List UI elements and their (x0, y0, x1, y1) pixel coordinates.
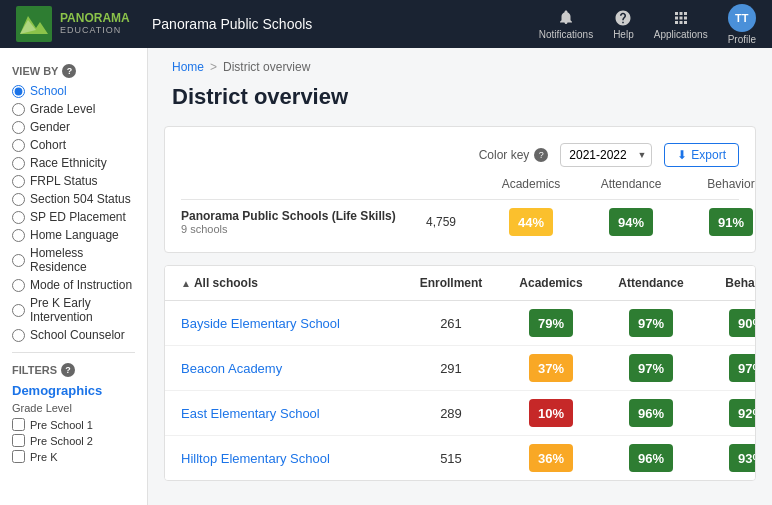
breadcrumb-separator: > (210, 60, 217, 74)
schools-table: ▲ All schools Enrollment Academics Atten… (164, 265, 756, 481)
school-name[interactable]: East Elementary School (181, 406, 401, 421)
sort-arrow-icon: ▲ (181, 278, 191, 289)
academics-badge: 37% (529, 354, 573, 382)
view-by-sp-ed[interactable]: SP ED Placement (12, 210, 135, 224)
view-by-grade-level[interactable]: Grade Level (12, 102, 135, 116)
view-by-home-language[interactable]: Home Language (12, 228, 135, 242)
top-navigation: PANORAMA EDUCATION Panorama Public Schoo… (0, 0, 772, 48)
district-attendance-badge: 94% (609, 208, 653, 236)
school-name[interactable]: Hilltop Elementary School (181, 451, 401, 466)
col-header-enrollment (401, 177, 481, 191)
district-enrollment: 4,759 (401, 215, 481, 229)
view-by-section: VIEW BY ? (12, 64, 135, 78)
profile-button[interactable]: TT Profile (728, 4, 756, 45)
notifications-button[interactable]: Notifications (539, 9, 593, 40)
demographics-filter[interactable]: Demographics (12, 383, 135, 398)
district-summary-row: Panorama Public Schools (Life Skills) 9 … (181, 208, 739, 236)
view-by-school-counselor[interactable]: School Counselor (12, 328, 135, 342)
attendance-badge: 97% (629, 309, 673, 337)
pre-school-2-checkbox[interactable]: Pre School 2 (12, 434, 135, 447)
breadcrumb-home[interactable]: Home (172, 60, 204, 74)
view-by-gender[interactable]: Gender (12, 120, 135, 134)
color-key-info-icon[interactable]: ? (534, 148, 548, 162)
content-area: Home > District overview District overvi… (148, 48, 772, 505)
table-header-row: ▲ All schools Enrollment Academics Atten… (165, 266, 755, 301)
district-name-cell: Panorama Public Schools (Life Skills) 9 … (181, 209, 401, 235)
attendance-cell: 97% (601, 309, 701, 337)
view-by-label: VIEW BY (12, 65, 58, 77)
table-row: East Elementary School 289 10% 96% 92% 6… (165, 391, 755, 436)
district-name: Panorama Public Schools (Life Skills) (181, 209, 401, 223)
svg-rect-0 (16, 6, 52, 42)
help-button[interactable]: Help (613, 9, 634, 40)
pre-school-1-checkbox[interactable]: Pre School 1 (12, 418, 135, 431)
school-enrollment: 261 (401, 316, 501, 331)
view-by-info-icon[interactable]: ? (62, 64, 76, 78)
academics-cell: 79% (501, 309, 601, 337)
school-name[interactable]: Beacon Academy (181, 361, 401, 376)
profile-label: Profile (728, 34, 756, 45)
year-dropdown[interactable]: 2021-2022 2020-2021 2019-2020 (560, 143, 652, 167)
th-enrollment: Enrollment (401, 276, 501, 290)
academics-badge: 36% (529, 444, 573, 472)
logo-name: PANORAMA (60, 12, 130, 25)
academics-badge: 79% (529, 309, 573, 337)
view-by-cohort[interactable]: Cohort (12, 138, 135, 152)
attendance-cell: 96% (601, 399, 701, 427)
table-row: Hilltop Elementary School 515 36% 96% 93… (165, 436, 755, 480)
view-by-frpl-status[interactable]: FRPL Status (12, 174, 135, 188)
th-attendance: Attendance (601, 276, 701, 290)
attendance-badge: 96% (629, 399, 673, 427)
filters-info-icon[interactable]: ? (61, 363, 75, 377)
view-by-school[interactable]: School (12, 84, 135, 98)
behavior-badge: 93% (729, 444, 756, 472)
behavior-cell: 92% (701, 399, 756, 427)
attendance-badge: 97% (629, 354, 673, 382)
applications-button[interactable]: Applications (654, 9, 708, 40)
view-by-race-ethnicity[interactable]: Race Ethnicity (12, 156, 135, 170)
year-dropdown-wrapper: 2021-2022 2020-2021 2019-2020 (560, 143, 652, 167)
district-attendance-cell: 94% (581, 208, 681, 236)
color-key: Color key ? (479, 148, 549, 162)
view-by-mode-instruction[interactable]: Mode of Instruction (12, 278, 135, 292)
export-button[interactable]: ⬇ Export (664, 143, 739, 167)
district-behavior-badge: 91% (709, 208, 753, 236)
behavior-badge: 97% (729, 354, 756, 382)
nav-title: Panorama Public Schools (152, 16, 523, 32)
th-behavior: Behavior (701, 276, 756, 290)
table-row: Beacon Academy 291 37% 97% 97% 49% (165, 346, 755, 391)
col-header-academics: Academics (481, 177, 581, 191)
col-header-name (181, 177, 401, 191)
grade-level-filter-label: Grade Level (12, 402, 135, 414)
district-col-headers: Academics Attendance Behavior Life Skill… (181, 177, 739, 200)
export-label: Export (691, 148, 726, 162)
logo-sub: EDUCATION (60, 26, 130, 36)
help-label: Help (613, 29, 634, 40)
school-enrollment: 515 (401, 451, 501, 466)
breadcrumb: Home > District overview (148, 48, 772, 78)
behavior-cell: 93% (701, 444, 756, 472)
view-by-section-504[interactable]: Section 504 Status (12, 192, 135, 206)
behavior-badge: 92% (729, 399, 756, 427)
attendance-cell: 97% (601, 354, 701, 382)
export-down-icon: ⬇ (677, 148, 687, 162)
sidebar-divider (12, 352, 135, 353)
page-title: District overview (148, 78, 772, 126)
main-layout: VIEW BY ? School Grade Level Gender Coho… (0, 48, 772, 505)
view-by-homeless[interactable]: Homeless Residence (12, 246, 135, 274)
th-schools: ▲ All schools (181, 276, 401, 290)
avatar: TT (728, 4, 756, 32)
district-card: Color key ? 2021-2022 2020-2021 2019-202… (164, 126, 756, 253)
filters-section: FILTERS ? (12, 363, 135, 377)
schools-rows: Bayside Elementary School 261 79% 97% 90… (165, 301, 755, 480)
sidebar: VIEW BY ? School Grade Level Gender Coho… (0, 48, 148, 505)
behavior-badge: 90% (729, 309, 756, 337)
color-key-label: Color key (479, 148, 530, 162)
col-header-attendance: Attendance (581, 177, 681, 191)
view-by-pre-k-early[interactable]: Pre K Early Intervention (12, 296, 135, 324)
attendance-badge: 96% (629, 444, 673, 472)
pre-k-checkbox[interactable]: Pre K (12, 450, 135, 463)
academics-cell: 37% (501, 354, 601, 382)
panorama-logo-icon (16, 6, 52, 42)
school-name[interactable]: Bayside Elementary School (181, 316, 401, 331)
